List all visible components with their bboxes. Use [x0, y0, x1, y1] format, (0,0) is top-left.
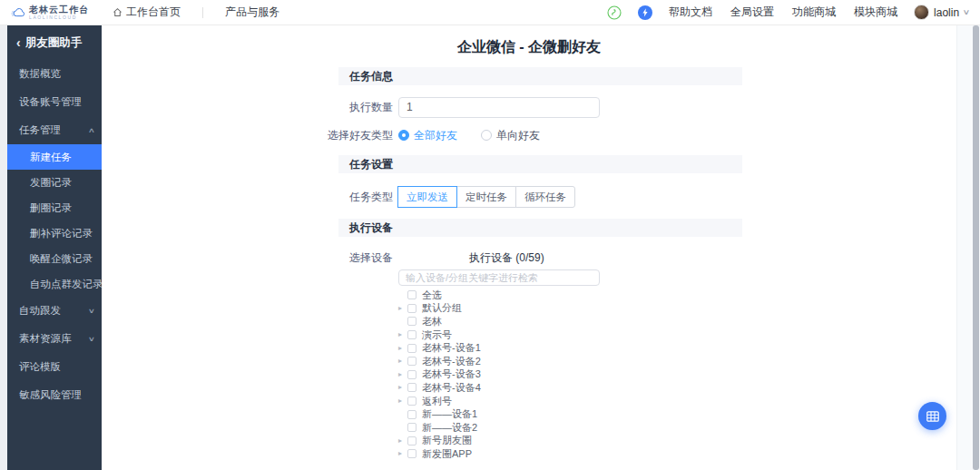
friend-type-label: 选择好友类型: [328, 128, 393, 143]
sidebar-item[interactable]: 新建任务: [7, 144, 102, 170]
device-search-input[interactable]: [398, 269, 600, 286]
device-tree-row[interactable]: 新——设备2: [398, 421, 742, 435]
expand-arrow-icon[interactable]: ▸: [398, 371, 407, 378]
device-tree-row[interactable]: ▸ 老林号-设备1: [398, 341, 742, 355]
navbar-right: 帮助文档 全局设置 功能商城 模块商城 laolin ∨: [607, 5, 969, 20]
section-exec-device: 执行设备: [338, 219, 742, 237]
device-select-label: 选择设备: [349, 250, 393, 266]
device-tree-row[interactable]: ▸ 老林号-设备3: [398, 368, 742, 382]
nav-divider: [202, 7, 203, 18]
nav-products-label: 产品与服务: [225, 5, 279, 20]
task-type-button[interactable]: 立即发送: [397, 186, 457, 208]
device-checkbox[interactable]: [407, 357, 416, 366]
device-checkbox[interactable]: [407, 317, 416, 326]
device-search-row: [338, 269, 742, 286]
device-checkbox[interactable]: [407, 410, 416, 419]
sidebar-item[interactable]: 自动点群发记录: [7, 271, 102, 297]
exec-count-label: 执行数量: [349, 100, 393, 115]
home-icon: [113, 7, 122, 17]
radio-icon: [481, 130, 492, 141]
exec-count-label-col: 执行数量: [338, 96, 393, 118]
quick-boost-icon[interactable]: [638, 5, 652, 20]
sidebar-item[interactable]: 素材资源库 ∨: [7, 325, 102, 353]
sidebar-item[interactable]: 自动跟发 ∨: [7, 297, 102, 325]
expand-arrow-icon[interactable]: ▸: [398, 397, 407, 405]
sidebar-item[interactable]: 设备账号管理: [7, 88, 102, 116]
device-checkbox[interactable]: [407, 370, 416, 379]
top-navbar: 老林云工作台 LAOLINCLOUD 工作台首页 产品与服务: [0, 0, 980, 25]
back-chevron-icon: ‹: [16, 36, 21, 49]
expand-arrow-icon[interactable]: ▸: [398, 345, 407, 352]
quick-apps-fab-button[interactable]: [918, 402, 946, 430]
sidebar-item[interactable]: 唤醒企微记录: [7, 246, 102, 271]
exec-count-input[interactable]: [398, 97, 600, 118]
sidebar-item-label: 新建任务: [30, 151, 72, 164]
brand-logo[interactable]: 老林云工作台 LAOLINCLOUD: [11, 5, 89, 20]
nav-products[interactable]: 产品与服务: [225, 5, 279, 20]
expand-arrow-icon[interactable]: ▸: [398, 331, 407, 338]
friend-type-options: 全部好友 单向好友: [398, 126, 564, 144]
device-tree: 全选 ▸ 默认分组 老林 ▸: [338, 289, 742, 461]
task-form: 任务信息 执行数量 选择好友类型: [338, 67, 742, 461]
device-checkbox[interactable]: [407, 290, 416, 299]
brand-text: 老林云工作台 LAOLINCLOUD: [29, 5, 89, 20]
device-checkbox[interactable]: [407, 449, 416, 458]
nav-menu: 帮助文档 全局设置 功能商城 模块商城: [669, 5, 897, 20]
nav-menu-item[interactable]: 帮助文档: [669, 5, 712, 20]
device-tree-row[interactable]: ▸ 返利号: [398, 395, 742, 408]
sidebar-item[interactable]: 删补评论记录: [7, 220, 102, 246]
device-tree-row[interactable]: ▸ 默认分组: [398, 302, 742, 316]
device-tree-row[interactable]: ▸ 新号朋友圈: [398, 435, 742, 448]
sidebar-item[interactable]: 敏感风险管理: [7, 381, 102, 409]
device-tree-row[interactable]: ▸ 演示号: [398, 328, 742, 342]
device-label: 新号朋友圈: [422, 434, 472, 447]
device-checkbox[interactable]: [407, 304, 416, 313]
connection-status-icon[interactable]: [607, 5, 622, 20]
sidebar-item[interactable]: 数据概览: [7, 60, 102, 88]
task-type-button-label: 立即发送: [407, 191, 448, 204]
device-tree-row[interactable]: 全选: [398, 289, 742, 302]
friend-type-label-col: 选择好友类型: [338, 126, 393, 144]
indent-spacer: [338, 269, 398, 286]
friend-type-radio[interactable]: 单向好友: [481, 128, 540, 143]
sidebar-item[interactable]: 删圈记录: [7, 195, 102, 220]
expand-arrow-icon[interactable]: ▸: [398, 357, 407, 365]
device-tree-row[interactable]: 新——设备1: [398, 407, 742, 421]
friend-type-radio[interactable]: 全部好友: [398, 128, 457, 143]
sidebar-item[interactable]: 评论模版: [7, 353, 102, 381]
user-menu[interactable]: laolin ∨: [914, 5, 969, 20]
sidebar-item[interactable]: 任务管理 ∧: [7, 116, 102, 144]
expand-arrow-icon[interactable]: ▸: [398, 437, 407, 445]
scrollbar-thumb[interactable]: [973, 25, 979, 470]
device-label: 全选: [422, 289, 442, 302]
expand-arrow-icon[interactable]: ▸: [398, 305, 407, 312]
expand-arrow-icon[interactable]: ▸: [398, 384, 407, 391]
task-type-button[interactable]: 定时任务: [456, 186, 516, 208]
sidebar-back-header[interactable]: ‹ 朋友圈助手: [7, 25, 102, 60]
nav-menu-item[interactable]: 模块商城: [854, 5, 897, 20]
device-checkbox[interactable]: [407, 436, 416, 446]
sidebar-chevron-icon: ∨: [87, 307, 94, 315]
device-tree-row[interactable]: ▸ 新发圈APP: [398, 447, 742, 461]
avatar: [914, 5, 929, 20]
task-type-button[interactable]: 循环任务: [515, 186, 575, 208]
nav-menu-item[interactable]: 功能商城: [792, 5, 836, 20]
device-checkbox[interactable]: [407, 330, 416, 339]
section-task-info-label: 任务信息: [349, 69, 393, 84]
task-type-row: 任务类型 立即发送 定时任务: [338, 186, 742, 208]
sidebar-item[interactable]: 发圈记录: [7, 170, 102, 195]
device-tree-row[interactable]: ▸ 老林号-设备4: [398, 381, 742, 395]
device-checkbox[interactable]: [407, 344, 416, 353]
sidebar-item-label: 素材资源库: [19, 332, 72, 346]
device-checkbox[interactable]: [407, 397, 416, 406]
device-checkbox[interactable]: [407, 423, 416, 432]
nav-workbench-home[interactable]: 工作台首页: [113, 5, 181, 20]
device-tree-row[interactable]: 老林: [398, 315, 742, 328]
grid-icon: [926, 411, 939, 422]
device-checkbox[interactable]: [407, 383, 416, 392]
device-tree-row[interactable]: ▸ 老林号-设备2: [398, 355, 742, 368]
expand-arrow-icon[interactable]: ▸: [398, 450, 407, 457]
section-task-info: 任务信息: [338, 67, 742, 85]
nav-menu-item[interactable]: 全局设置: [730, 5, 774, 20]
device-label: 老林: [422, 315, 442, 328]
